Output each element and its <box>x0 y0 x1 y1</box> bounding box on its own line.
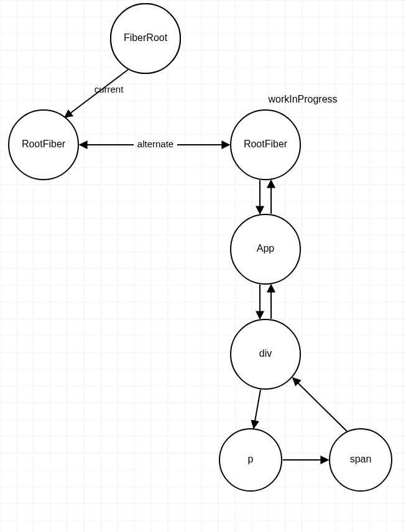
node-label-app: App <box>257 243 275 254</box>
edge-div-to-p <box>254 390 261 428</box>
node-div: div <box>231 319 300 389</box>
node-p: p <box>219 429 282 491</box>
node-label-rootfiber-left: RootFiber <box>22 139 66 149</box>
node-label-p: p <box>248 454 254 464</box>
node-label-fiberroot: FiberRoot <box>124 32 168 43</box>
label-workinprogress: workInProgress <box>267 94 337 104</box>
edges: current alternate <box>65 70 347 460</box>
node-label-div: div <box>259 348 272 359</box>
node-fiberroot: FiberRoot <box>111 4 180 73</box>
fiber-diagram: current alternate workInProgress FiberRo… <box>0 0 406 532</box>
edge-label-current: current <box>95 84 124 94</box>
node-span: span <box>330 429 392 491</box>
node-label-rootfiber-right: RootFiber <box>244 139 288 149</box>
edge-label-alternate: alternate <box>137 139 173 149</box>
node-rootfiber-left: RootFiber <box>9 110 78 180</box>
node-rootfiber-right: RootFiber <box>231 110 300 180</box>
node-app: App <box>231 214 300 284</box>
node-label-span: span <box>350 454 372 464</box>
